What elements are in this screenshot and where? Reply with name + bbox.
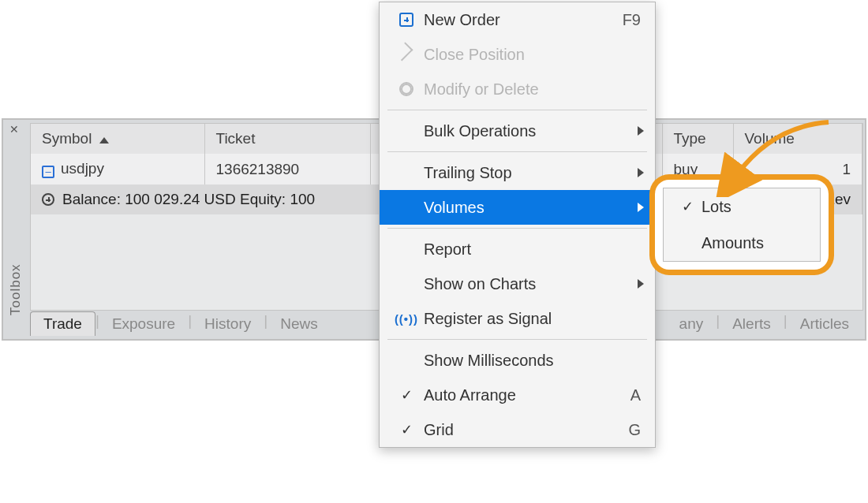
menu-show-on-charts[interactable]: Show on Charts	[380, 266, 655, 301]
tab-trade[interactable]: Trade	[30, 311, 95, 336]
menu-modify-delete: Modify or Delete	[380, 72, 655, 106]
gear-icon	[399, 82, 413, 96]
tab-news[interactable]: News	[268, 312, 331, 336]
new-order-icon	[399, 13, 413, 27]
col-ticket[interactable]: Ticket	[204, 124, 370, 154]
menu-register-signal[interactable]: ((•)) Register as Signal	[380, 301, 655, 336]
menu-show-milliseconds[interactable]: Show Milliseconds	[380, 343, 655, 378]
cell-ticket: 1366213890	[204, 154, 370, 184]
tab-any[interactable]: any	[667, 312, 716, 336]
submenu-amounts[interactable]: Amounts	[664, 225, 820, 261]
cell-symbol: usdjpy	[61, 160, 104, 177]
menu-close-position: Close Position	[380, 37, 655, 72]
equity-label: Equity:	[236, 191, 290, 207]
check-icon	[394, 42, 413, 61]
submenu-lots[interactable]: Lots	[664, 188, 820, 225]
highlight-callout: Lots Amounts	[655, 180, 829, 270]
check-icon	[394, 421, 419, 438]
menu-auto-arrange[interactable]: Auto Arrange A	[380, 378, 655, 412]
shortcut: A	[615, 386, 641, 404]
menu-trailing-stop[interactable]: Trailing Stop	[380, 155, 655, 190]
menu-bulk-operations[interactable]: Bulk Operations	[380, 114, 655, 148]
col-type[interactable]: Type	[662, 124, 733, 154]
menu-new-order[interactable]: New Order F9	[380, 2, 655, 37]
check-icon	[394, 386, 419, 404]
check-icon	[676, 198, 698, 215]
equity-value: 100	[290, 191, 315, 207]
context-menu: New Order F9 Close Position Modify or De…	[379, 2, 656, 448]
col-symbol[interactable]: Symbol	[31, 124, 204, 154]
signal-icon: ((•))	[395, 312, 418, 326]
menu-volumes[interactable]: Volumes	[380, 190, 655, 225]
shortcut: G	[612, 421, 641, 439]
menu-report[interactable]: Report	[380, 232, 655, 266]
shortcut: F9	[607, 11, 641, 29]
col-volume[interactable]: Volume	[733, 124, 862, 154]
close-icon[interactable]: ✕	[9, 123, 19, 136]
volumes-submenu: Lots Amounts	[663, 188, 821, 262]
expand-icon[interactable]	[42, 193, 54, 206]
symbol-box-icon: –	[42, 166, 54, 178]
tab-articles[interactable]: Articles	[788, 312, 862, 336]
tab-history[interactable]: History	[192, 312, 264, 336]
balance-value: 100 029.24 USD	[125, 191, 236, 207]
panel-title-vertical: Toolbox	[8, 263, 24, 315]
submenu-arrow-icon	[638, 279, 644, 289]
balance-label: Balance:	[62, 191, 125, 207]
submenu-arrow-icon	[638, 168, 644, 177]
menu-grid[interactable]: Grid G	[380, 412, 655, 447]
tab-exposure[interactable]: Exposure	[99, 312, 188, 336]
sort-asc-icon	[99, 137, 109, 143]
tab-alerts[interactable]: Alerts	[720, 312, 784, 336]
submenu-arrow-icon	[638, 203, 644, 212]
submenu-arrow-icon	[638, 126, 644, 136]
